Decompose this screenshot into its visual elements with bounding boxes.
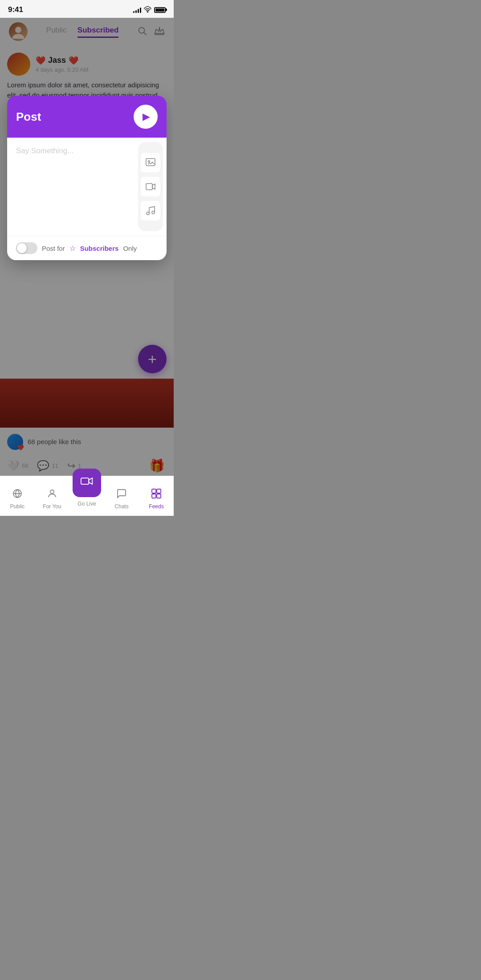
svg-rect-15	[157, 489, 161, 493]
golive-camera-icon	[81, 476, 93, 490]
post-placeholder[interactable]: Say Something...	[16, 147, 73, 155]
modal-footer: Post for ☆ Subscribers Only	[7, 236, 167, 260]
public-nav-label: Public	[10, 503, 25, 510]
svg-point-12	[50, 490, 54, 494]
nav-item-golive[interactable]: Go Live	[69, 476, 104, 511]
modal-header: Post ▶	[7, 96, 167, 138]
svg-point-9	[147, 212, 149, 215]
wifi-icon	[144, 6, 151, 14]
bottom-nav: Public For You Go Live	[0, 476, 174, 516]
svg-rect-17	[157, 494, 161, 498]
chats-nav-icon	[116, 488, 127, 502]
send-button[interactable]: ▶	[134, 105, 158, 129]
svg-rect-8	[146, 184, 152, 190]
svg-rect-13	[81, 478, 89, 484]
foryou-nav-label: For You	[43, 503, 61, 510]
toggle-knob	[17, 243, 27, 253]
nav-item-chats[interactable]: Chats	[104, 488, 139, 511]
status-time: 9:41	[8, 5, 23, 14]
subscribers-label[interactable]: Subscribers	[80, 245, 119, 252]
media-buttons	[138, 142, 163, 231]
post-for-label: Post for	[42, 245, 65, 252]
public-nav-icon	[12, 488, 23, 502]
svg-point-7	[148, 161, 150, 163]
subscribers-toggle[interactable]	[16, 242, 37, 254]
battery-icon	[154, 7, 166, 13]
status-bar: 9:41	[0, 0, 174, 18]
feeds-nav-icon	[151, 488, 162, 502]
nav-item-foryou[interactable]: For You	[35, 488, 69, 511]
feeds-nav-label: Feeds	[149, 503, 163, 510]
svg-point-10	[152, 211, 155, 214]
screen-background: Public Subscribed	[0, 18, 174, 516]
svg-rect-16	[152, 494, 156, 498]
svg-rect-6	[146, 159, 155, 166]
send-arrow-icon: ▶	[143, 111, 150, 122]
golive-button[interactable]	[73, 469, 101, 497]
svg-point-0	[147, 11, 148, 12]
nav-item-public[interactable]: Public	[0, 488, 35, 511]
modal-title: Post	[16, 110, 41, 124]
video-upload-button[interactable]	[141, 177, 160, 196]
image-upload-button[interactable]	[141, 153, 160, 172]
foryou-nav-icon	[47, 488, 57, 502]
post-text-content: Say Something...	[16, 147, 129, 227]
status-icons	[133, 6, 166, 14]
svg-rect-14	[152, 489, 156, 493]
chats-nav-label: Chats	[114, 503, 128, 510]
music-upload-button[interactable]	[141, 201, 160, 220]
modal-overlay[interactable]	[0, 18, 174, 516]
star-icon: ☆	[69, 244, 76, 253]
post-modal: Post ▶ Say Something...	[7, 96, 167, 260]
golive-nav-label: Go Live	[77, 501, 96, 507]
post-text-input-area: Say Something...	[7, 138, 138, 236]
only-label: Only	[123, 245, 137, 252]
signal-icon	[133, 7, 141, 13]
modal-body: Say Something...	[7, 138, 167, 236]
nav-item-feeds[interactable]: Feeds	[139, 488, 174, 511]
